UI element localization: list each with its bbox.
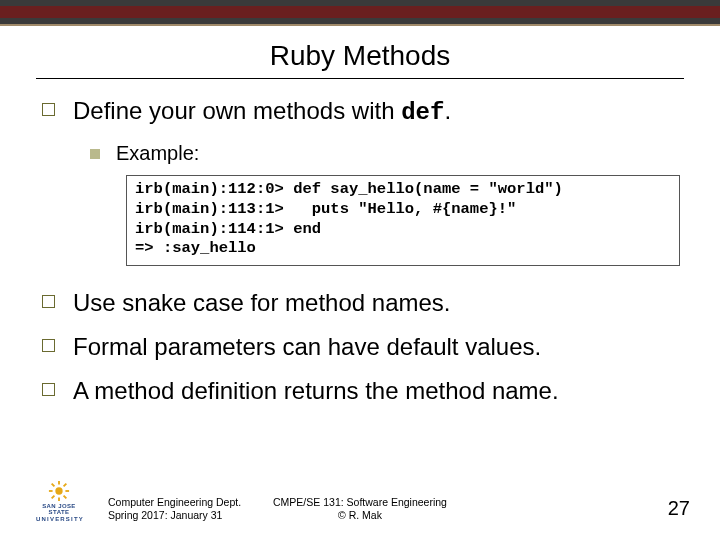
slide-body: Define your own methods with def. Exampl… <box>42 96 682 420</box>
svg-line-8 <box>64 484 67 487</box>
subbullet-text: Example: <box>116 142 199 165</box>
footer-center: CMPE/SE 131: Software Engineering © R. M… <box>0 496 720 522</box>
bullet-snake-case: Use snake case for method names. <box>42 288 682 318</box>
bullet-define: Define your own methods with def. <box>42 96 682 128</box>
bullet-box-icon <box>42 295 55 308</box>
footer-course: CMPE/SE 131: Software Engineering <box>0 496 720 509</box>
inline-code-def: def <box>401 99 444 126</box>
footer-copyright: © R. Mak <box>0 509 720 522</box>
bullet-box-icon <box>42 383 55 396</box>
bullet-box-icon <box>42 339 55 352</box>
bullet-box-icon <box>42 103 55 116</box>
subbullet-example: Example: <box>90 142 682 165</box>
bullet-default-values: Formal parameters can have default value… <box>42 332 682 362</box>
bullet-text: Formal parameters can have default value… <box>73 332 541 362</box>
svg-line-5 <box>52 484 55 487</box>
subbullet-box-icon <box>90 149 100 159</box>
decorative-top-stripe <box>0 0 720 28</box>
bullet-text: Define your own methods with def. <box>73 96 451 128</box>
page-number: 27 <box>668 497 690 520</box>
svg-point-0 <box>55 487 62 494</box>
bullet-text: A method definition returns the method n… <box>73 376 559 406</box>
bullet-text: Use snake case for method names. <box>73 288 451 318</box>
title-underline <box>36 78 684 79</box>
code-block: irb(main):112:0> def say_hello(name = "w… <box>126 175 680 266</box>
bullet-returns-name: A method definition returns the method n… <box>42 376 682 406</box>
slide-footer: SAN JOSE STATE UNIVERSITY Computer Engin… <box>0 480 720 530</box>
slide-title: Ruby Methods <box>0 40 720 72</box>
